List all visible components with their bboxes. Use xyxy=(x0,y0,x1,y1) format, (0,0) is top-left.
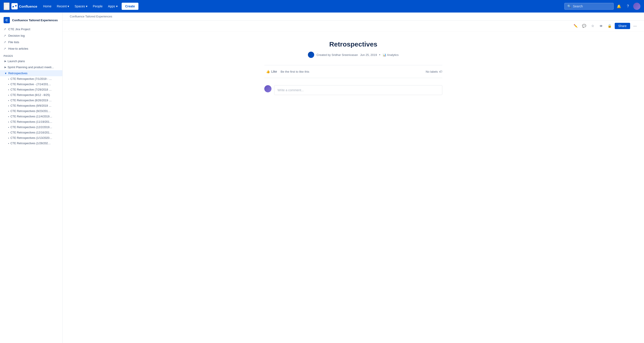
logo-text: Confluence xyxy=(19,4,37,8)
ellipsis-icon: ··· xyxy=(633,24,636,28)
bullet-icon: ● xyxy=(8,100,9,102)
confluence-logo[interactable]: Confluence xyxy=(12,3,37,10)
nav-people[interactable]: People xyxy=(90,3,105,10)
like-subtext: Be the first to like this xyxy=(281,70,309,73)
no-labels-text: No labels xyxy=(426,70,438,73)
label-tag-icon: 🏷 xyxy=(439,70,442,73)
help-icon: ? xyxy=(627,4,629,8)
external-link-icon: ↗ xyxy=(4,47,6,50)
sidebar-item-jira-project[interactable]: ↗ CTE Jira Project xyxy=(0,26,62,32)
sidebar-child-page-7[interactable]: ● CTE Retrospectives (9/23/201… xyxy=(0,108,62,114)
page-title: Retrospectives xyxy=(264,40,442,48)
chevron-right-icon: ▶ xyxy=(4,60,6,62)
sidebar-child-page-12[interactable]: ● CTE Retrospectives (1/13/2020… xyxy=(0,135,62,141)
created-by-text: Created by Sridhar Sreenivasan xyxy=(316,53,358,56)
like-button[interactable]: 👍 Like xyxy=(264,69,279,74)
like-section: 👍 Like Be the first to like this xyxy=(264,69,309,74)
sidebar-child-page-9[interactable]: ● CTE Retrospectives (11/19/201… xyxy=(0,119,62,124)
chevron-right-icon: ▶ xyxy=(4,66,6,69)
author-avatar xyxy=(308,52,314,58)
bullet-icon: ● xyxy=(8,110,9,112)
create-button[interactable]: Create xyxy=(122,3,139,10)
bullet-icon: ● xyxy=(8,84,9,86)
grid-icon[interactable]: ⊞ xyxy=(4,2,10,10)
bullet-icon: ● xyxy=(8,94,9,96)
bullet-icon: ● xyxy=(8,126,9,128)
sidebar-child-page-10[interactable]: ● CTE Retrospectives (12/2/2019… xyxy=(0,124,62,130)
edit-button[interactable]: ✏️ xyxy=(572,22,580,30)
sidebar-page-sprint-planning[interactable]: ▶ Sprint Planning and product meeti... xyxy=(0,64,62,70)
page-metadata: Created by Sridhar Sreenivasan Jun 25, 2… xyxy=(264,52,442,58)
sidebar-item-decision-log[interactable]: ↗ Decision log xyxy=(0,32,62,39)
nav-apps[interactable]: Apps ▾ xyxy=(106,3,120,10)
bullet-icon: ● xyxy=(8,105,9,107)
nav-recent[interactable]: Recent ▾ xyxy=(54,3,71,10)
sidebar-page-launch-plans[interactable]: ▶ Launch plans xyxy=(0,58,62,64)
help-button[interactable]: ? xyxy=(624,3,632,10)
sidebar-page-retrospectives[interactable]: ▼ Retrospectives xyxy=(0,70,62,76)
bullet-icon: ● xyxy=(8,116,9,118)
breadcrumb: Confluence Tailored Experiences xyxy=(62,12,644,20)
star-icon: ☆ xyxy=(591,24,594,28)
spaces-chevron-icon: ▾ xyxy=(86,4,88,8)
nav-spaces[interactable]: Spaces ▾ xyxy=(72,3,90,10)
comment-icon: 💬 xyxy=(582,24,586,28)
bullet-icon: ● xyxy=(8,78,9,80)
share-button[interactable]: Share xyxy=(615,23,630,29)
external-link-icon: ↗ xyxy=(4,40,6,44)
analytics-link[interactable]: 📊 Analytics xyxy=(382,53,399,56)
comment-input-row: Write a comment... xyxy=(264,85,442,95)
sidebar-child-page-13[interactable]: ● CTE Retrospectives (1/28/202… xyxy=(0,141,62,146)
page-layout: C Confluence Tailored Experiences ↗ CTE … xyxy=(0,12,644,343)
like-labels-bar: 👍 Like Be the first to like this No labe… xyxy=(264,65,442,78)
space-icon: C xyxy=(4,17,10,23)
sidebar-child-page-8[interactable]: ● CTE Retrospectives (11/4/2019… xyxy=(0,114,62,119)
created-date: Jun 25, 2019 xyxy=(360,53,377,56)
sidebar-header: C Confluence Tailored Experiences xyxy=(0,15,62,25)
lock-icon: 🔒 xyxy=(608,24,612,28)
sidebar-child-page-1[interactable]: ● CTE Retrospective (7/1/2019 - … xyxy=(0,76,62,82)
more-options-button[interactable]: ··· xyxy=(632,22,639,30)
page-body: Retrospectives Created by Sridhar Sreeni… xyxy=(257,32,450,108)
page-toolbar: ✏️ 💬 ☆ 👁 🔒 Share ··· xyxy=(62,20,644,32)
main-content: Confluence Tailored Experiences ✏️ 💬 ☆ 👁… xyxy=(62,12,644,343)
sidebar-child-page-11[interactable]: ● CTE Retrospectives (12/16/201… xyxy=(0,130,62,135)
search-bar[interactable]: 🔍 Search xyxy=(564,3,614,10)
recent-chevron-icon: ▾ xyxy=(68,4,69,8)
thumbs-up-icon: 👍 xyxy=(266,70,270,73)
external-link-icon: ↗ xyxy=(4,34,6,37)
comment-input[interactable]: Write a comment... xyxy=(274,85,442,95)
comment-section: Write a comment... xyxy=(264,85,442,95)
sidebar-item-how-to-articles[interactable]: ↗ How-to articles xyxy=(0,46,62,52)
space-name: Confluence Tailored Experiences xyxy=(12,18,58,22)
nav-home[interactable]: Home xyxy=(41,3,54,10)
sidebar-child-page-2[interactable]: ● CTE Retrospective - (7/14/201… xyxy=(0,82,62,87)
watch-button[interactable]: 👁 xyxy=(598,22,605,30)
sidebar: C Confluence Tailored Experiences ↗ CTE … xyxy=(0,12,62,343)
notifications-button[interactable]: 🔔 xyxy=(616,3,622,10)
bullet-icon: ● xyxy=(8,132,9,134)
star-button[interactable]: ☆ xyxy=(589,22,596,30)
breadcrumb-space[interactable]: Confluence Tailored Experiences xyxy=(70,15,112,18)
sidebar-pages-label: PAGES xyxy=(0,52,62,58)
sidebar-child-page-4[interactable]: ● CTE Retrospective (8/12 - 8/25) xyxy=(0,92,62,98)
sidebar-child-page-5[interactable]: ● CTE Retrospective (8/26/2019 … xyxy=(0,98,62,103)
comment-button[interactable]: 💬 xyxy=(581,22,588,30)
top-navigation: ⊞ Confluence Home Recent ▾ Spaces ▾ Peop… xyxy=(0,0,644,12)
analytics-icon: 📊 xyxy=(382,53,386,56)
search-icon: 🔍 xyxy=(567,4,571,8)
user-avatar[interactable] xyxy=(633,3,640,10)
bullet-icon: ● xyxy=(8,121,9,123)
sidebar-child-page-6[interactable]: ● CTE Retrospectives (9/9/2019 … xyxy=(0,103,62,108)
restrict-button[interactable]: 🔒 xyxy=(606,22,613,30)
bullet-icon: ● xyxy=(8,89,9,91)
labels-section: No labels 🏷 xyxy=(426,70,442,73)
bell-icon: 🔔 xyxy=(617,4,621,8)
sidebar-child-page-3[interactable]: ● CTE Retrospective (7/29/2018 … xyxy=(0,87,62,92)
sidebar-item-file-lists[interactable]: ↗ File lists xyxy=(0,39,62,46)
bullet-icon: ● xyxy=(8,137,9,139)
bullet-icon: ● xyxy=(8,142,9,144)
nav-links: Home Recent ▾ Spaces ▾ People Apps ▾ Cre… xyxy=(41,3,139,10)
eye-icon: 👁 xyxy=(600,24,603,28)
commenter-avatar xyxy=(264,85,272,92)
